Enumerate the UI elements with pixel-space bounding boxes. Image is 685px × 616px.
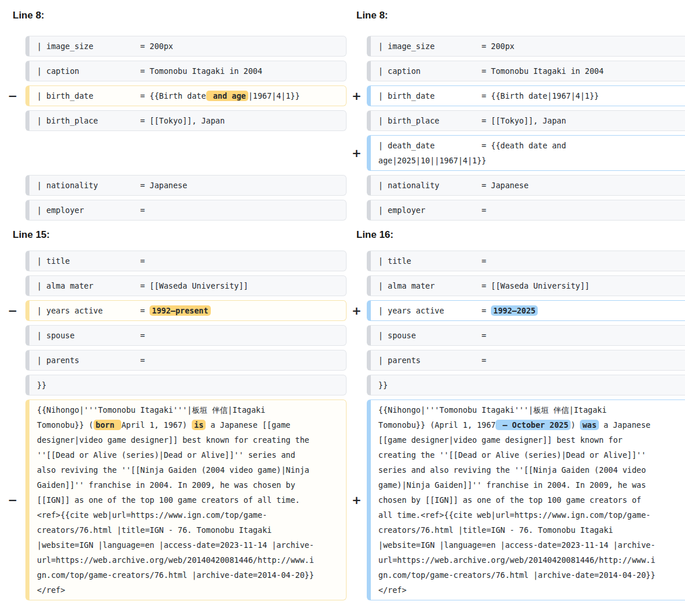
minus-marker-icon: − (8, 493, 18, 507)
diff-row-added: +| death_date = {{death date and age|202… (347, 135, 685, 171)
removed-text-highlight: born (94, 420, 122, 430)
diff-gutter (347, 251, 367, 271)
code-line-left: | caption = Tomonobu Itagaki in 2004 (25, 61, 347, 81)
code-line-left: | nationality = Japanese (25, 175, 347, 196)
diff-gutter (347, 61, 367, 81)
diff-row-added: +{{Nihongo|'''Tomonobu Itagaki'''|板垣 伴信|… (347, 400, 685, 600)
diff-row-context: | caption = Tomonobu Itagaki in 2004 (347, 61, 685, 81)
diff-gutter (0, 175, 25, 196)
diff-gutter (0, 200, 25, 221)
code-line-right: }} (367, 375, 685, 395)
code-line-left: | image_size = 200px (25, 36, 347, 57)
minus-marker-icon: − (8, 89, 18, 103)
diff-row-removed: −| birth_date = {{Birth date and age|196… (0, 85, 347, 106)
code-line-right: | birth_date = {{Birth date|1967|4|1}} (367, 85, 685, 106)
code-line-left: | title = (25, 251, 347, 271)
diff-gutter: − (0, 400, 25, 600)
code-line-right: | death_date = {{death date and age|2025… (367, 135, 685, 171)
diff-gutter (347, 375, 367, 395)
plus-marker-icon: + (352, 89, 362, 103)
diff-row-context: | alma mater = [[Waseda University]] (347, 275, 685, 296)
diff-gutter (347, 36, 367, 57)
diff-row-context: | nationality = Japanese (347, 175, 685, 196)
diff-column-old: Line 8:| image_size = 200px| caption = T… (0, 0, 347, 604)
code-line-left: | years active = 1992–present (25, 300, 347, 321)
code-line-right: | employer = (367, 200, 685, 221)
diff-row-context: | parents = (347, 350, 685, 371)
diff-row-context: | parents = (0, 350, 347, 371)
diff-gutter (0, 275, 25, 296)
code-line-right: | parents = (367, 350, 685, 371)
diff-gutter (347, 200, 367, 221)
removed-text-highlight: 1992–present (150, 305, 211, 316)
diff-gutter (0, 61, 25, 81)
diff-row-added: +| years active = 1992–2025 (347, 300, 685, 321)
diff-gutter (0, 350, 25, 371)
diff-gutter (0, 251, 25, 271)
code-line-right: | image_size = 200px (367, 36, 685, 57)
diff-gutter (347, 325, 367, 346)
added-text-highlight: 1992–2025 (491, 305, 538, 316)
split-diff: Line 8:| image_size = 200px| caption = T… (0, 0, 685, 604)
diff-gutter: − (0, 85, 25, 106)
diff-row-context: | employer = (0, 200, 347, 221)
diff-gutter: + (347, 85, 367, 106)
removed-text-highlight: and age (206, 91, 248, 101)
diff-gutter: + (347, 400, 367, 600)
plus-marker-icon: + (352, 146, 362, 160)
diff-row-context: | birth_place = [[Tokyo]], Japan (0, 110, 347, 131)
code-line-right: {{Nihongo|'''Tomonobu Itagaki'''|板垣 伴信|I… (367, 400, 685, 600)
diff-row-context: | alma mater = [[Waseda University]] (0, 275, 347, 296)
line-header-right-0: Line 8: (347, 9, 685, 22)
removed-text-highlight: is (192, 420, 206, 430)
diff-row-context: | birth_place = [[Tokyo]], Japan (347, 110, 685, 131)
diff-gutter (0, 110, 25, 131)
code-line-left: | parents = (25, 350, 347, 371)
code-line-left: | spouse = (25, 325, 347, 346)
diff-gutter (347, 110, 367, 131)
diff-gutter: − (0, 300, 25, 321)
diff-gutter: + (347, 135, 367, 171)
added-text-highlight: was (580, 420, 598, 430)
diff-row-removed: −| years active = 1992–present (0, 300, 347, 321)
diff-gutter (0, 375, 25, 395)
diff-row-context: | image_size = 200px (0, 36, 347, 57)
diff-row-context: | image_size = 200px (347, 36, 685, 57)
diff-row-context: | caption = Tomonobu Itagaki in 2004 (0, 61, 347, 81)
code-line-right: | alma mater = [[Waseda University]] (367, 275, 685, 296)
diff-row-context: | employer = (347, 200, 685, 221)
code-line-left: {{Nihongo|'''Tomonobu Itagaki'''|板垣 伴信|I… (25, 400, 347, 600)
added-text-highlight: – October 2025 (496, 420, 571, 430)
diff-gutter (347, 350, 367, 371)
code-line-right: | birth_place = [[Tokyo]], Japan (367, 110, 685, 131)
diff-row-added: +| birth_date = {{Birth date|1967|4|1}} (347, 85, 685, 106)
plus-marker-icon: + (352, 493, 362, 507)
code-line-right: | title = (367, 251, 685, 271)
code-line-left: }} (25, 375, 347, 395)
diff-row-context: | title = (0, 251, 347, 271)
code-line-left: | birth_place = [[Tokyo]], Japan (25, 110, 347, 131)
diff-row-context: | spouse = (0, 325, 347, 346)
minus-marker-icon: − (8, 304, 18, 318)
line-header-left-1: Line 15: (0, 229, 347, 241)
diff-gutter (347, 175, 367, 196)
code-line-right: | caption = Tomonobu Itagaki in 2004 (367, 61, 685, 81)
diff-column-new: Line 8:| image_size = 200px| caption = T… (347, 0, 685, 604)
code-line-left: | birth_date = {{Birth date and age|1967… (25, 85, 347, 106)
code-line-right: | spouse = (367, 325, 685, 346)
diff-row-removed: −{{Nihongo|'''Tomonobu Itagaki'''|板垣 伴信|… (0, 400, 347, 600)
diff-row-context: | title = (347, 251, 685, 271)
diff-row-spacer (0, 135, 347, 171)
diff-row-context: | nationality = Japanese (0, 175, 347, 196)
line-header-left-0: Line 8: (0, 9, 347, 22)
diff-gutter: + (347, 300, 367, 321)
diff-gutter (0, 325, 25, 346)
line-header-right-1: Line 16: (347, 229, 685, 241)
diff-page: { "colors": { "heading": "#151515", "tex… (0, 0, 685, 616)
diff-row-context: | spouse = (347, 325, 685, 346)
code-line-right: | nationality = Japanese (367, 175, 685, 196)
diff-row-context: }} (347, 375, 685, 395)
diff-row-context: }} (0, 375, 347, 395)
code-line-right: | years active = 1992–2025 (367, 300, 685, 321)
code-line-left: | alma mater = [[Waseda University]] (25, 275, 347, 296)
